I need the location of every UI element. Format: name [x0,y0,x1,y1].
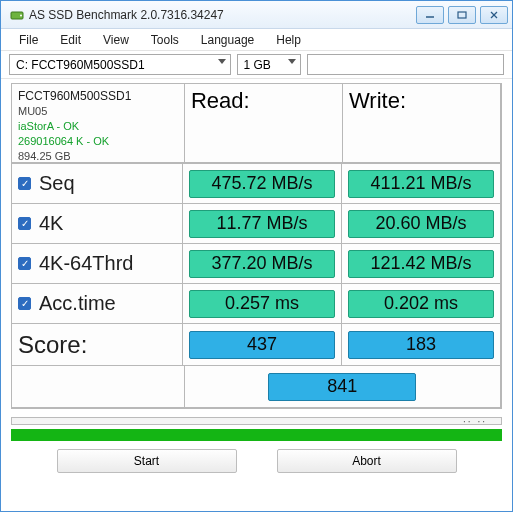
test-seq: ✓ Seq [11,163,183,204]
menu-edit[interactable]: Edit [50,31,91,49]
start-button[interactable]: Start [57,449,237,473]
alignment-status: 269016064 K - OK [18,134,131,149]
row-total: 841 [12,366,501,408]
menu-view[interactable]: View [93,31,139,49]
row-4k: ✓ 4K 11.77 MB/s 20.60 MB/s [12,204,501,244]
svg-rect-3 [458,12,466,18]
chevron-down-icon [288,59,296,64]
acc-write-value: 0.202 ms [348,290,494,318]
score-total: 841 [268,373,416,401]
score-write: 183 [348,331,494,359]
toolbar: C: FCCT960M500SSD1 1 GB [1,51,512,79]
results-grid: FCCT960M500SSD1 MU05 iaStorA - OK 269016… [11,83,502,409]
menu-file[interactable]: File [9,31,48,49]
acc-label: Acc.time [39,292,116,315]
drive-model: FCCT960M500SSD1 [18,88,131,104]
test-4k: ✓ 4K [11,203,183,244]
seq-write-value: 411.21 MB/s [348,170,494,198]
menu-tools[interactable]: Tools [141,31,189,49]
window-buttons [416,6,508,24]
drive-info: FCCT960M500SSD1 MU05 iaStorA - OK 269016… [11,83,185,163]
maximize-button[interactable] [448,6,476,24]
write-header-label: Write: [349,88,406,114]
score-label: Score: [18,331,87,359]
row-seq: ✓ Seq 475.72 MB/s 411.21 MB/s [12,164,501,204]
test-acc: ✓ Acc.time [11,283,183,324]
seq-label: Seq [39,172,75,195]
acc-checkbox[interactable]: ✓ [18,297,31,310]
minimize-button[interactable] [416,6,444,24]
4k-write-value: 20.60 MB/s [348,210,494,238]
header-row: FCCT960M500SSD1 MU05 iaStorA - OK 269016… [12,84,501,164]
chevron-down-icon [218,59,226,64]
content-area: FCCT960M500SSD1 MU05 iaStorA - OK 269016… [1,79,512,511]
window-title: AS SSD Benchmark 2.0.7316.34247 [29,8,416,22]
read-header-label: Read: [191,88,250,114]
close-button[interactable] [480,6,508,24]
menu-help[interactable]: Help [266,31,311,49]
test-size-select[interactable]: 1 GB [237,54,301,75]
toolbar-textbox[interactable] [307,54,505,75]
drive-select-value: C: FCCT960M500SSD1 [16,58,145,72]
4k64-read-value: 377.20 MB/s [189,250,335,278]
score-label-cell: Score: [11,323,183,366]
4k64-write-value: 121.42 MB/s [348,250,494,278]
menubar: File Edit View Tools Language Help [1,29,512,51]
app-window: AS SSD Benchmark 2.0.7316.34247 File Edi… [0,0,513,512]
progress-marks: ∙∙ ∙∙ [463,416,487,427]
button-bar: Start Abort [11,449,502,473]
col-header-read: Read: [184,83,343,163]
4k-read-value: 11.77 MB/s [189,210,335,238]
titlebar[interactable]: AS SSD Benchmark 2.0.7316.34247 [1,1,512,29]
score-read: 437 [189,331,335,359]
menu-language[interactable]: Language [191,31,264,49]
progress-thin: ∙∙ ∙∙ [11,417,502,425]
4k64-checkbox[interactable]: ✓ [18,257,31,270]
seq-checkbox[interactable]: ✓ [18,177,31,190]
row-acc: ✓ Acc.time 0.257 ms 0.202 ms [12,284,501,324]
driver-status: iaStorA - OK [18,119,131,134]
4k-label: 4K [39,212,63,235]
4k-checkbox[interactable]: ✓ [18,217,31,230]
abort-button[interactable]: Abort [277,449,457,473]
row-score: Score: 437 183 [12,324,501,366]
total-blank [11,365,185,408]
seq-read-value: 475.72 MB/s [189,170,335,198]
drive-capacity: 894.25 GB [18,149,131,164]
drive-select[interactable]: C: FCCT960M500SSD1 [9,54,231,75]
app-icon [9,7,25,23]
drive-firmware: MU05 [18,104,131,119]
svg-point-1 [20,14,22,16]
4k64-label: 4K-64Thrd [39,252,134,275]
test-size-value: 1 GB [244,58,271,72]
row-4k64: ✓ 4K-64Thrd 377.20 MB/s 121.42 MB/s [12,244,501,284]
col-header-write: Write: [342,83,501,163]
progress-bar [11,429,502,441]
test-4k64: ✓ 4K-64Thrd [11,243,183,284]
acc-read-value: 0.257 ms [189,290,335,318]
